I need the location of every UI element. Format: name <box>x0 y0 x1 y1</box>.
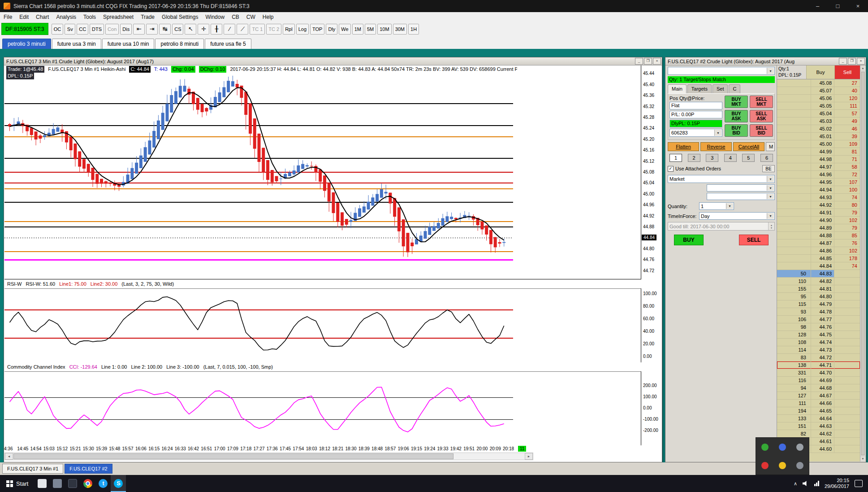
dom-row-45.07[interactable]: 45.0740 <box>777 87 860 95</box>
dom-row-44.99[interactable]: 44.9981 <box>777 148 860 156</box>
dom-bid-qty[interactable] <box>777 110 811 117</box>
buy-button[interactable]: BUY <box>674 235 704 245</box>
dom-ask-qty[interactable]: 71 <box>834 156 860 163</box>
menu-window[interactable]: Window <box>202 13 228 21</box>
connect-button[interactable]: Con <box>105 24 119 35</box>
ray-line-tool-icon[interactable]: ⟋ <box>237 24 248 35</box>
dom-ask-qty[interactable] <box>834 361 860 369</box>
tc1-button[interactable]: TC 1 <box>250 24 265 35</box>
timeframe-1hour-button[interactable]: 1H <box>408 24 419 35</box>
dom-ask-qty[interactable]: 79 <box>834 209 860 216</box>
chart-minimize-button[interactable]: _ <box>635 58 643 65</box>
trendline-tool-icon[interactable]: ∕ <box>224 24 235 35</box>
dom-ask-qty[interactable] <box>834 415 860 422</box>
menu-cb[interactable]: CB <box>228 13 243 21</box>
dom-row-44.77[interactable]: 10644.77 <box>777 316 860 323</box>
dom-row-44.75[interactable]: 12844.75 <box>777 331 860 339</box>
dom-row-44.73[interactable]: 11444.73 <box>777 346 860 354</box>
dom-row-45.06[interactable]: 45.06120 <box>777 95 860 102</box>
taskbar-chrome[interactable] <box>80 475 95 492</box>
sell-button[interactable]: SELL <box>739 235 769 245</box>
dom-ask-qty[interactable] <box>834 293 860 300</box>
dom-bid-qty[interactable] <box>777 201 811 209</box>
dom-ask-qty[interactable] <box>834 369 860 376</box>
dom-ask-qty[interactable]: 72 <box>834 171 860 178</box>
timeframe-30min-button[interactable]: 30M <box>393 24 407 35</box>
trade-close-button[interactable]: × <box>857 58 865 65</box>
taskbar-app-3[interactable] <box>65 475 80 492</box>
pointer-tool-icon[interactable]: ↖ <box>185 24 196 35</box>
dom-bid-qty[interactable]: 128 <box>777 331 811 338</box>
dom-row-44.97[interactable]: 44.9758 <box>777 163 860 171</box>
dom-bid-qty[interactable]: 83 <box>777 354 811 361</box>
dom-scroll-thumb[interactable] <box>861 72 865 455</box>
dom-bid-qty[interactable]: 82 <box>777 430 811 437</box>
replay-button[interactable]: Rpl <box>283 24 295 35</box>
dom-row-45.05[interactable]: 45.05111 <box>777 102 860 110</box>
trade-tab-targets[interactable]: Targets <box>687 84 712 93</box>
dom-ask-qty[interactable]: 81 <box>834 148 860 155</box>
dom-ask-qty[interactable] <box>834 323 860 331</box>
close-button[interactable]: × <box>848 0 868 12</box>
account-select[interactable]: 606283▼ <box>669 129 722 137</box>
crosshair-tool-icon[interactable]: ✛ <box>198 24 209 35</box>
dom-bid-qty[interactable]: 98 <box>777 323 811 331</box>
dom-ask-qty[interactable]: 58 <box>834 163 860 170</box>
oc-button[interactable]: OC <box>52 24 64 35</box>
scroll-thumb[interactable] <box>13 453 453 459</box>
dom-bid-qty[interactable]: 133 <box>777 415 811 422</box>
menu-global-settings[interactable]: Global Settings <box>158 13 202 21</box>
menu-cw[interactable]: CW <box>243 13 259 21</box>
cci-pane[interactable] <box>4 371 641 446</box>
timeframe-5min-button[interactable]: 5M <box>365 24 376 35</box>
dom-row-45.00[interactable]: 45.00109 <box>777 140 860 148</box>
chart-tab-4[interactable]: petrolio 8 minuti <box>155 39 204 49</box>
dom-bid-qty[interactable] <box>777 171 811 178</box>
trade-tab-c[interactable]: C <box>729 84 740 93</box>
window-tab-2[interactable]: F.US.CLEQ17 #2 <box>65 464 112 474</box>
menu-spreadsheet[interactable]: Spreadsheet <box>99 13 137 21</box>
dom-bid-qty[interactable] <box>777 102 811 109</box>
dom-row-44.92[interactable]: 44.9280 <box>777 201 860 209</box>
dom-scrollbar[interactable]: ▲ ▼ <box>860 65 865 462</box>
preset-button-2[interactable]: 2 <box>688 154 700 162</box>
dom-ask-qty[interactable]: 39 <box>834 133 860 140</box>
dom-ask-qty[interactable] <box>834 392 860 399</box>
minimize-button[interactable]: – <box>808 0 828 12</box>
dom-row-44.78[interactable]: 9344.78 <box>777 308 860 316</box>
dom-bid-qty[interactable] <box>777 239 811 247</box>
dom-ask-qty[interactable] <box>834 270 860 277</box>
dom-bid-qty[interactable] <box>777 194 811 201</box>
dom-row-44.68[interactable]: 9444.68 <box>777 384 860 392</box>
cs-button[interactable]: CS <box>172 24 183 35</box>
taskbar-app-2[interactable] <box>50 475 65 492</box>
trade-tab-main[interactable]: Main <box>668 84 687 93</box>
timeframe-1min-button[interactable]: 1M <box>352 24 363 35</box>
dom-ask-qty[interactable]: 85 <box>834 232 860 239</box>
dom-row-44.62[interactable]: 8244.62 <box>777 430 860 438</box>
weekly-button[interactable]: We <box>339 24 350 35</box>
dom-bid-qty[interactable] <box>777 79 811 87</box>
scale-right-icon[interactable]: ⇥ <box>146 24 158 35</box>
dom-bid-qty[interactable]: 116 <box>777 377 811 384</box>
dom-row-44.91[interactable]: 44.9179 <box>777 209 860 217</box>
dts-button[interactable]: DTS <box>90 24 104 35</box>
dom-bid-qty[interactable]: 106 <box>777 316 811 323</box>
dom-row-44.80[interactable]: 9544.80 <box>777 293 860 300</box>
chart-horizontal-scrollbar[interactable]: ◄ ► <box>4 453 533 460</box>
cc-button[interactable]: CC <box>77 24 88 35</box>
use-attached-orders-checkbox[interactable]: ✓ <box>668 166 674 172</box>
dom-bid-qty[interactable] <box>777 95 811 102</box>
dom-bid-qty[interactable] <box>777 125 811 132</box>
dom-row-44.82[interactable]: 11044.82 <box>777 278 860 285</box>
dom-bid-qty[interactable]: 95 <box>777 293 811 300</box>
dom-row-44.94[interactable]: 44.94100 <box>777 186 860 194</box>
menu-file[interactable]: File <box>0 13 16 21</box>
dom-row-45.02[interactable]: 45.0246 <box>777 125 860 133</box>
dom-ask-qty[interactable]: 178 <box>834 255 860 262</box>
tray-icon-3[interactable] <box>796 444 803 451</box>
buy-bid-button[interactable]: BUY BID <box>725 124 748 137</box>
tray-chevron-icon[interactable]: ∧ <box>794 481 797 487</box>
dom-ask-qty[interactable] <box>834 438 860 445</box>
sell-bid-button[interactable]: SELL BID <box>750 124 773 137</box>
